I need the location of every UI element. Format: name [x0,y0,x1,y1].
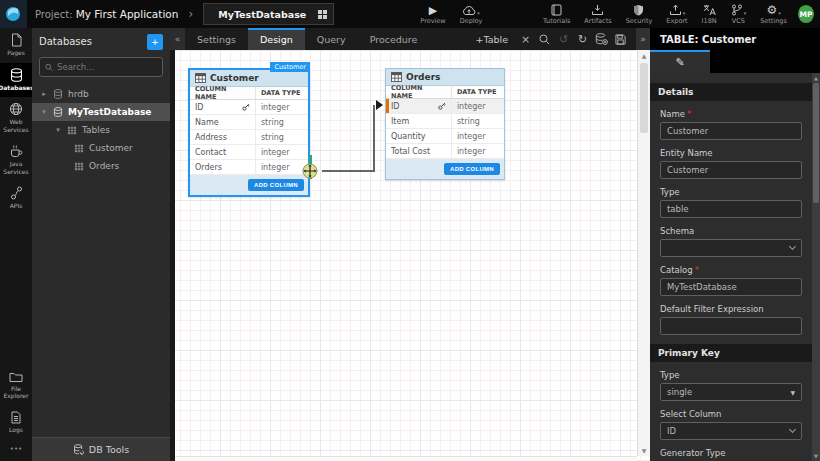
canvas-left-edge [170,50,175,461]
vcs-caret-icon: ▾ [744,10,747,16]
entity-column-headers: COLUMN NAME DATA TYPE [386,86,504,99]
design-canvas[interactable]: Customer Customer COLUMN NAME DATA TYPE … [170,50,650,461]
relation-line-horizontal[interactable] [322,170,375,172]
breadcrumb-chevron-icon: › [188,7,193,21]
pk-type-select[interactable]: single ▼ [660,383,802,401]
pages-icon [10,33,23,47]
databases-sidebar: Databases + ▸ hrdb ▾ MyTestDatabase [32,28,170,461]
panel-tabs: ✎ [650,50,820,73]
required-marker: * [687,109,691,119]
canvas-horizontal-scrollbar[interactable] [175,456,637,461]
filter-expression-field[interactable] [660,317,802,335]
scroll-down-icon[interactable]: ▼ [812,453,820,459]
name-field[interactable] [660,122,802,140]
caret-down-icon[interactable]: ▾ [40,108,48,116]
column-row-total-cost[interactable]: Total Cost integer [386,144,504,159]
add-column-button[interactable]: ADD COLUMN [444,163,500,175]
tree-item-mytestdatabase[interactable]: ▾ MyTestDatabase [32,103,170,121]
export-button[interactable]: ▾ Export [659,0,694,28]
db-tools-button[interactable]: DB Tools [32,437,170,461]
tab-settings[interactable]: Settings [185,28,248,50]
settings-button[interactable]: ⚙ ▾ Settings [753,0,794,28]
rail-item-pages[interactable]: Pages [0,28,32,63]
rail-more-icon[interactable]: ••• [0,439,32,461]
caret-down-icon[interactable]: ▾ [54,126,62,134]
redo-button[interactable]: ↻ [573,28,592,50]
preview-button[interactable]: ▶ Preview [413,0,452,28]
tree-item-orders[interactable]: Orders [32,157,170,175]
tree-item-tables[interactable]: ▾ Tables [32,121,170,139]
edit-tab[interactable]: ✎ [650,50,710,73]
security-button[interactable]: Security [619,0,660,28]
catalog-field[interactable] [660,278,802,296]
update-database-button[interactable] [592,28,611,50]
add-database-button[interactable]: + [147,34,163,50]
select-caret-icon: ▼ [790,389,795,396]
rail-item-apis[interactable]: APIs [0,181,32,216]
rail-item-logs[interactable]: Logs [0,406,32,440]
scroll-up-icon[interactable]: ▲ [812,75,820,81]
rail-item-web-services[interactable]: Web Services [0,97,32,139]
chevron-down-icon [789,243,796,250]
add-column-button[interactable]: ADD COLUMN [248,179,304,191]
scrollbar-thumb[interactable] [813,83,819,203]
move-crosshair-icon[interactable] [302,163,318,179]
tree-item-customer[interactable]: Customer [32,139,170,157]
entity-table-customer[interactable]: Customer Customer COLUMN NAME DATA TYPE … [188,68,310,197]
relation-line-vertical[interactable] [373,105,375,172]
tree-item-hrdb[interactable]: ▸ hrdb [32,85,170,103]
column-row-name[interactable]: Name string [190,115,308,130]
add-table-button[interactable]: +Table [467,28,516,50]
shield-icon [633,4,644,16]
schema-select[interactable] [660,239,802,257]
column-row-item[interactable]: Item string [386,114,504,129]
entity-table-orders[interactable]: Orders COLUMN NAME DATA TYPE ID integer … [385,68,505,180]
search-input[interactable] [57,62,157,72]
save-button[interactable] [611,28,630,50]
rail-item-file-explorer[interactable]: File Explorer [0,366,32,406]
tab-query[interactable]: Query [305,28,358,50]
i18n-button[interactable]: I18N [695,0,724,28]
zoom-search-button[interactable] [535,28,554,50]
delete-button[interactable]: × [516,28,535,50]
vcs-button[interactable]: ▾ VCS [724,0,754,28]
caret-right-icon[interactable]: ▸ [40,90,48,98]
user-avatar[interactable]: MP [798,5,814,23]
panel-scrollbar[interactable]: ▲ ▼ [812,73,820,461]
column-row-address[interactable]: Address string [190,130,308,145]
tab-design[interactable]: Design [248,28,305,50]
canvas-vertical-scrollbar[interactable]: ▲ ▼ [637,50,650,456]
open-database-tab[interactable]: MyTestDatabase [203,3,334,25]
artifacts-download-icon [591,4,604,16]
undo-button[interactable]: ↺ [554,28,573,50]
type-field[interactable] [660,200,802,218]
rail-item-java-services[interactable]: Java Services [0,139,32,181]
entity-name-label: Entity Name [660,148,802,158]
catalog-label: Catalog* [660,265,802,275]
entity-name-field[interactable] [660,161,802,179]
apps-grid-icon[interactable] [318,10,327,19]
tab-procedure[interactable]: Procedure [358,28,430,50]
tutorials-button[interactable]: Tutorials [536,0,577,28]
cloud-upload-icon [462,5,476,16]
collapse-sidebar-button[interactable]: « [170,28,185,50]
rail-item-databases[interactable]: Databases [0,63,32,98]
scroll-up-icon[interactable]: ▲ [638,52,650,59]
scrollbar-thumb[interactable] [640,63,648,133]
column-row-id[interactable]: ID integer [190,100,308,115]
collapse-panel-button[interactable]: » [636,28,650,50]
artifacts-button[interactable]: Artifacts [577,0,618,28]
column-row-id[interactable]: ID integer [386,99,504,114]
app-logo[interactable] [0,0,27,28]
scroll-down-icon[interactable]: ▼ [638,447,650,454]
databases-icon [10,68,23,82]
topbar: Project: My First Application › MyTestDa… [0,0,820,28]
deploy-button[interactable]: ▾ Deploy [453,0,490,28]
select-column-select[interactable]: ID [660,422,802,440]
column-row-contact[interactable]: Contact integer [190,145,308,160]
column-row-orders[interactable]: Orders integer [190,160,308,175]
column-row-quantity[interactable]: Quantity integer [386,129,504,144]
play-icon: ▶ [429,5,437,16]
sidebar-search[interactable] [39,57,163,77]
pencil-icon: ✎ [675,56,684,69]
